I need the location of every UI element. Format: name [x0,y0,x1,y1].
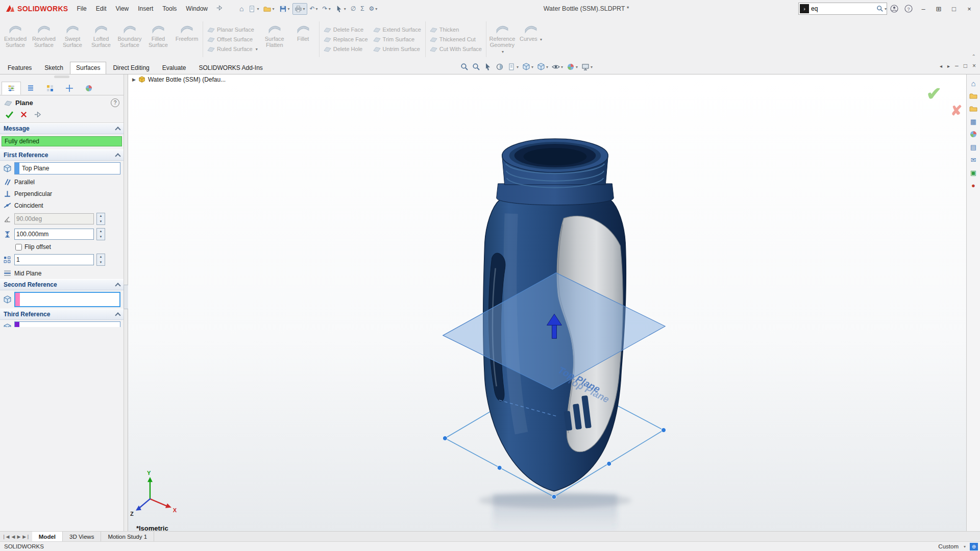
tab-scroll-last-icon[interactable]: ▶❘ [22,534,30,539]
offset-distance-input[interactable] [14,229,94,240]
third-reference-selection-box[interactable] [14,321,120,327]
instance-count-spinner[interactable]: ▲▼ [96,254,105,266]
ribbon-freeform-button[interactable]: Freeform [173,18,201,60]
message-group-header[interactable]: Message [0,123,124,134]
file-explorer-icon[interactable] [969,104,978,113]
ribbon-surface-flatten-button[interactable]: SurfaceFlatten [260,18,289,60]
tab-surfaces[interactable]: Surfaces [70,62,106,74]
first-reference-selection-box[interactable]: Top Plane [14,162,120,174]
menu-edit[interactable]: Edit [91,3,111,14]
pm-help-icon[interactable]: ? [111,98,119,107]
zoom-area-icon[interactable] [471,62,481,72]
view-orientation-icon[interactable]: ▾ [521,62,534,72]
parallel-option[interactable]: Parallel [0,176,124,188]
flip-offset-checkbox[interactable] [15,244,22,251]
ribbon-delete-hole-button[interactable]: Delete Hole [324,45,368,53]
tab-scroll-first-icon[interactable]: ❘◀ [2,534,9,539]
confirm-ok-button[interactable]: ✔ [926,85,942,103]
angle-spinner[interactable]: ▲▼ [96,213,105,225]
tab-motion-study[interactable]: Motion Study 1 [101,532,154,541]
search-icon[interactable] [876,5,884,12]
ribbon-swept-surface-button[interactable]: SweptSurface [58,18,87,60]
redo-button[interactable]: ↷▾ [321,3,333,14]
account-icon[interactable] [887,2,901,15]
appearances-icon[interactable] [969,130,978,139]
doc-minimize-button[interactable]: – [955,62,959,69]
tab-scroll-next-icon[interactable]: ▶ [17,534,20,539]
help-icon[interactable]: ? [901,2,916,15]
second-reference-group-header[interactable]: Second Reference [0,279,124,290]
previous-view-icon[interactable] [483,62,493,72]
minimize-window-button[interactable]: – [916,2,931,15]
menu-view[interactable]: View [111,3,133,14]
display-state-label[interactable]: Custom [938,543,959,549]
doc-close-button[interactable]: × [972,62,976,69]
tab-scroll-prev-icon[interactable]: ◀ [11,534,15,539]
select-button[interactable]: ▾ [333,3,348,15]
menu-insert[interactable]: Insert [133,3,158,14]
search-box[interactable]: › ▾ [798,3,887,15]
menu-file[interactable]: File [72,3,91,14]
ribbon-thicken-button[interactable]: Thicken [430,26,482,34]
coincident-option[interactable]: Coincident [0,199,124,211]
ribbon-collapse-icon[interactable]: ⌃ [972,54,976,59]
feature-tree-root[interactable]: ▶ Water Bottle (SSM) (Defau... [132,76,226,83]
pm-tab-display-manager[interactable] [79,82,99,95]
offset-distance-spinner[interactable]: ▲▼ [96,228,105,240]
ribbon-trim-surface-button[interactable]: Trim Surface [373,36,421,43]
panel-splitter[interactable] [124,74,128,531]
graphics-viewport[interactable]: Top Plane Top Plane Y X Z *Isometric [128,74,966,531]
tab-solidworks-addins[interactable]: SOLIDWORKS Add-Ins [192,62,268,74]
recovery-icon[interactable]: ● [969,181,978,190]
home-button[interactable]: ⌂ [237,3,246,15]
panel-collapse-handle[interactable] [54,76,69,78]
display-state-dropdown-icon[interactable]: ▾ [964,544,966,549]
save-button[interactable]: ▾ [277,3,292,15]
second-reference-selection-box[interactable] [14,292,120,307]
tab-direct-editing[interactable]: Direct Editing [107,62,155,74]
resources-home-icon[interactable]: ⌂ [969,79,978,88]
ribbon-lofted-surface-button[interactable]: LoftedSurface [87,18,115,60]
zoom-fit-icon[interactable] [459,62,470,72]
edit-appearance-icon[interactable]: ▾ [566,62,579,72]
custom-properties-icon[interactable]: ▤ [969,142,978,152]
tag-icon[interactable]: ⊕ [970,543,978,550]
instance-count-input[interactable] [14,254,94,265]
ribbon-replace-face-button[interactable]: Replace Face [324,36,368,43]
ribbon-untrim-surface-button[interactable]: Untrim Surface [373,45,421,53]
tree-expand-icon[interactable]: ▶ [132,77,136,82]
layout-window-button[interactable]: ⊞ [931,2,946,15]
menu-pin-icon[interactable] [212,4,226,14]
view-settings-icon[interactable]: ▾ [580,62,594,72]
tab-sketch[interactable]: Sketch [38,62,69,74]
pm-tab-dimxpert-manager[interactable] [60,82,79,95]
ribbon-revolved-surface-button[interactable]: RevolvedSurface [30,18,58,60]
ribbon-extend-surface-button[interactable]: Extend Surface [373,26,421,34]
menu-tools[interactable]: Tools [158,3,181,14]
menu-window[interactable]: Window [181,3,212,14]
hide-show-items-icon[interactable]: ▾ [551,62,564,72]
pm-tab-configuration-manager[interactable] [40,82,60,95]
first-reference-group-header[interactable]: First Reference [0,149,124,161]
annotation-views-icon[interactable]: ▾ [506,62,520,72]
tab-model[interactable]: Model [32,532,63,541]
third-reference-group-header[interactable]: Third Reference [0,309,124,320]
section-view-icon[interactable] [495,62,505,72]
equations-button[interactable]: Σ [358,3,366,14]
tab-evaluate[interactable]: Evaluate [156,62,192,74]
doc-prev-icon[interactable]: ◂ [940,63,942,69]
ribbon-curves-button[interactable]: Curves ▾ [517,18,545,60]
perpendicular-option[interactable]: Perpendicular [0,188,124,199]
pm-cancel-button[interactable] [20,111,28,118]
options-button[interactable]: ⚙▾ [367,3,380,14]
graphics-scene[interactable]: Top Plane Top Plane Y X Z *Isometric [128,74,966,531]
tab-features[interactable]: Features [2,62,38,74]
print-button[interactable]: ▾ [292,3,307,15]
ribbon-offset-surface-button[interactable]: Offset Surface [207,36,258,43]
rebuild-button[interactable]: ∅ [349,3,358,14]
forum-icon[interactable]: ✉ [969,155,978,164]
ribbon-boundary-surface-button[interactable]: BoundarySurface [115,18,144,60]
confirm-cancel-button[interactable]: ✘ [950,104,962,118]
ribbon-fillet-button[interactable]: Fillet [289,18,317,60]
ribbon-ruled-surface-button[interactable]: Ruled Surface▾ [207,45,258,53]
